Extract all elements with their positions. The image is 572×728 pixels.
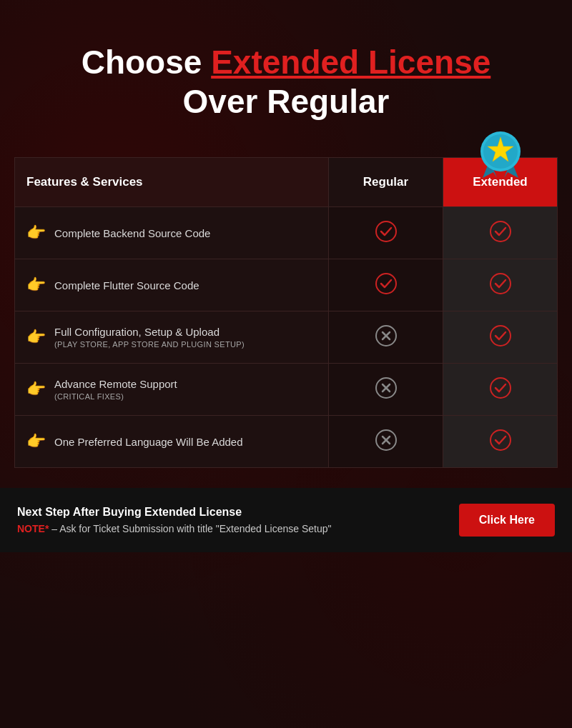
badge-container xyxy=(475,128,526,181)
check-icon xyxy=(489,272,512,295)
table-row: 👉Advance Remote Support(CRITICAL FIXES) xyxy=(15,364,558,416)
check-icon xyxy=(489,429,512,452)
svg-point-8 xyxy=(490,274,511,294)
feature-cell-2: 👉Full Configuration, Setup & Upload(PLAY… xyxy=(15,311,329,364)
svg-point-16 xyxy=(490,378,511,398)
check-icon xyxy=(375,220,398,243)
finger-icon: 👉 xyxy=(26,328,46,346)
svg-point-6 xyxy=(490,221,511,241)
table-row: 👉Complete Flutter Source Code xyxy=(15,259,558,311)
footer-title: Next Step After Buying Extended License xyxy=(17,506,459,519)
feature-sub: (PLAY STORE, APP STORE AND PLUGIN SETUP) xyxy=(54,340,245,349)
extended-check-4 xyxy=(443,416,558,468)
feature-cell-3: 👉Advance Remote Support(CRITICAL FIXES) xyxy=(15,364,329,416)
feature-cell-0: 👉Complete Backend Source Code xyxy=(15,207,329,259)
col-header-regular: Regular xyxy=(329,158,443,207)
check-icon xyxy=(489,324,512,347)
finger-icon: 👉 xyxy=(26,276,46,294)
feature-cell-4: 👉One Preferred Language Will Be Added xyxy=(15,416,329,468)
svg-point-7 xyxy=(376,274,396,294)
title-line1-white: Choose xyxy=(82,44,211,81)
check-icon xyxy=(375,272,398,295)
check-icon xyxy=(489,377,512,399)
feature-name: Full Configuration, Setup & Upload xyxy=(54,326,245,338)
footer-note-label: NOTE* xyxy=(17,523,49,534)
title-line2: Over Regular xyxy=(183,83,390,120)
footer-left: Next Step After Buying Extended License … xyxy=(17,506,459,534)
check-icon xyxy=(489,220,512,243)
extended-check-3 xyxy=(443,364,558,416)
svg-point-12 xyxy=(490,326,511,346)
badge-icon xyxy=(475,128,526,178)
table-section: Features & Services Regular xyxy=(0,150,572,482)
finger-icon: 👉 xyxy=(26,432,46,451)
finger-icon: 👉 xyxy=(26,224,46,242)
extended-check-1 xyxy=(443,259,558,311)
svg-point-20 xyxy=(490,430,511,450)
finger-icon: 👉 xyxy=(26,380,46,399)
col-header-extended: Extended xyxy=(443,158,558,207)
table-row: 👉One Preferred Language Will Be Added xyxy=(15,416,558,468)
extended-check-0 xyxy=(443,207,558,259)
svg-point-5 xyxy=(376,221,396,241)
feature-name: Advance Remote Support xyxy=(54,378,177,390)
regular-check-2 xyxy=(329,311,443,364)
regular-check-1 xyxy=(329,259,443,311)
page-title: Choose Extended License Over Regular xyxy=(29,43,543,121)
extended-check-2 xyxy=(443,311,558,364)
regular-check-3 xyxy=(329,364,443,416)
col-header-features: Features & Services xyxy=(15,158,329,207)
comparison-table: Features & Services Regular xyxy=(14,157,558,468)
footer-note: NOTE* – Ask for Ticket Submission with t… xyxy=(17,523,459,534)
cross-icon xyxy=(375,377,398,399)
regular-check-0 xyxy=(329,207,443,259)
feature-name: Complete Backend Source Code xyxy=(54,227,210,239)
cross-icon xyxy=(375,324,398,347)
click-here-button[interactable]: Click Here xyxy=(459,504,555,537)
title-line1-red: Extended License xyxy=(211,44,490,81)
regular-check-4 xyxy=(329,416,443,468)
feature-cell-1: 👉Complete Flutter Source Code xyxy=(15,259,329,311)
table-row: 👉Full Configuration, Setup & Upload(PLAY… xyxy=(15,311,558,364)
table-row: 👉Complete Backend Source Code xyxy=(15,207,558,259)
feature-name: Complete Flutter Source Code xyxy=(54,279,199,291)
footer-section: Next Step After Buying Extended License … xyxy=(0,488,572,552)
feature-sub: (CRITICAL FIXES) xyxy=(54,392,177,401)
footer-note-text: – Ask for Ticket Submission with title "… xyxy=(49,523,331,534)
feature-name: One Preferred Language Will Be Added xyxy=(54,436,243,448)
cross-icon xyxy=(375,429,398,452)
